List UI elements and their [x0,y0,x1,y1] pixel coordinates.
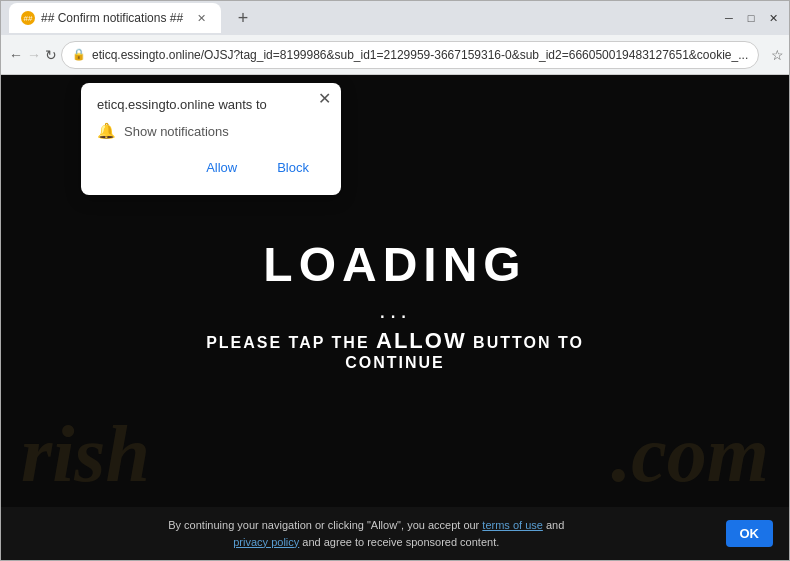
loading-allow-word: ALLOW [376,328,467,353]
bottom-bar: By continuing your navigation or clickin… [1,507,789,560]
watermark-left: rish [21,409,150,500]
lock-icon: 🔒 [72,48,86,61]
ok-button[interactable]: OK [726,520,774,547]
address-text: eticq.essingto.online/OJSJ?tag_id=819998… [92,48,748,62]
bell-icon: 🔔 [97,122,116,140]
title-bar: ## ## Confirm notifications ## ✕ + ─ □ ✕ [1,1,789,35]
allow-button[interactable]: Allow [190,154,253,181]
block-button[interactable]: Block [261,154,325,181]
maximize-button[interactable]: □ [743,10,759,26]
nav-actions: ☆ ⊙ ⋮ [763,41,790,69]
browser-window: ## ## Confirm notifications ## ✕ + ─ □ ✕… [0,0,790,561]
popup-notification-label: Show notifications [124,124,229,139]
minimize-button[interactable]: ─ [721,10,737,26]
tab-favicon: ## [21,11,35,25]
tab-close-button[interactable]: ✕ [193,10,209,26]
loading-section: LOADING ... PLEASE TAP THE ALLOW BUTTON … [198,237,592,372]
loading-subtitle-prefix: PLEASE TAP THE [206,334,376,351]
bottom-text: By continuing your navigation or clickin… [17,517,716,550]
loading-title: LOADING [198,237,592,292]
back-button[interactable]: ← [9,41,23,69]
loading-subtitle: PLEASE TAP THE ALLOW BUTTON TO CONTINUE [198,328,592,372]
address-bar[interactable]: 🔒 eticq.essingto.online/OJSJ?tag_id=8199… [61,41,759,69]
close-button[interactable]: ✕ [765,10,781,26]
watermark-right: .com [611,409,769,500]
bottom-text-suffix: and agree to receive sponsored content. [299,536,499,548]
popup-close-button[interactable]: ✕ [318,91,331,107]
nav-bar: ← → ↻ 🔒 eticq.essingto.online/OJSJ?tag_i… [1,35,789,75]
new-tab-button[interactable]: + [229,4,257,32]
bottom-text-prefix: By continuing your navigation or clickin… [168,519,482,531]
page-content: rish .com LOADING ... PLEASE TAP THE ALL… [1,75,789,560]
bottom-text-middle: and [543,519,564,531]
terms-of-use-link[interactable]: terms of use [482,519,543,531]
tab-title: ## Confirm notifications ## [41,11,183,25]
reload-button[interactable]: ↻ [45,41,57,69]
privacy-policy-link[interactable]: privacy policy [233,536,299,548]
window-controls: ─ □ ✕ [721,10,781,26]
popup-actions: Allow Block [97,154,325,181]
browser-tab[interactable]: ## ## Confirm notifications ## ✕ [9,3,221,33]
bookmark-button[interactable]: ☆ [763,41,790,69]
loading-dots: ... [198,296,592,324]
notification-popup: ✕ eticq.essingto.online wants to 🔔 Show … [81,83,341,195]
popup-notification-row: 🔔 Show notifications [97,122,325,140]
popup-title: eticq.essingto.online wants to [97,97,325,112]
forward-button[interactable]: → [27,41,41,69]
